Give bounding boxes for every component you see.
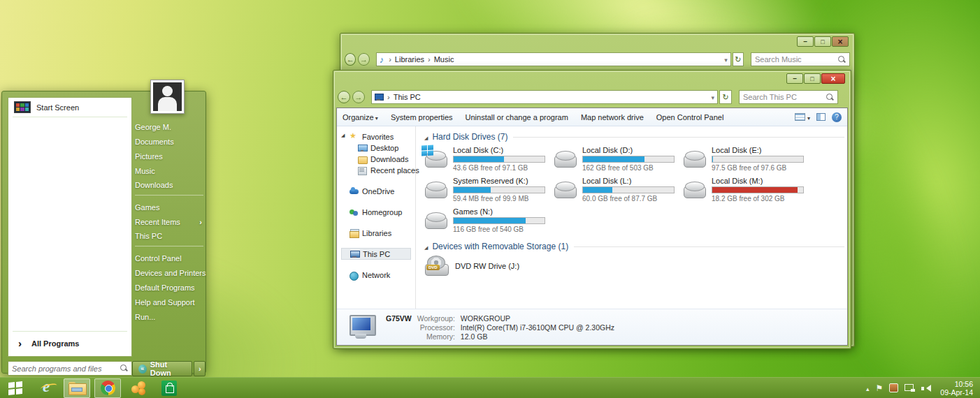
user-avatar[interactable] — [150, 80, 185, 114]
dvd-badge: DVD — [426, 265, 440, 270]
start-menu-item[interactable]: Pictures — [135, 149, 203, 163]
forward-button[interactable] — [358, 53, 369, 66]
taskbar-chrome[interactable] — [94, 378, 121, 398]
preview-pane-button[interactable] — [816, 113, 826, 121]
drive-usage-fill — [454, 156, 504, 162]
maximize-button[interactable] — [804, 73, 821, 84]
taskbar-windows-store[interactable] — [156, 378, 182, 398]
start-menu-item[interactable]: Games — [135, 200, 203, 214]
start-screen-item[interactable]: Start Screen — [8, 98, 131, 117]
help-button[interactable] — [832, 112, 842, 122]
organize-menu-button[interactable]: Organize — [343, 113, 378, 121]
sidebar-item[interactable]: This PC — [341, 248, 411, 260]
start-menu-search-input[interactable] — [12, 364, 120, 373]
sidebar-item[interactable]: Libraries — [341, 227, 415, 239]
toolbar-button[interactable]: Open Control Panel — [656, 113, 724, 121]
sidebar-item[interactable]: Desktop — [350, 142, 415, 154]
drive-tile[interactable]: Local Disk (M:) 18.2 GB free of 302 GB — [683, 177, 809, 202]
shut-down-options-button[interactable] — [194, 361, 206, 376]
minimize-icon — [793, 75, 797, 82]
start-menu-item[interactable]: Downloads — [135, 178, 203, 196]
minimize-icon — [803, 38, 807, 45]
address-dropdown-icon[interactable] — [711, 93, 714, 101]
search-music-input[interactable] — [755, 55, 838, 64]
search-box[interactable] — [751, 52, 850, 66]
shut-down-button[interactable]: Shut Down — [132, 361, 192, 376]
taskbar-internet-explorer[interactable]: e — [33, 378, 59, 398]
toolbar-button[interactable]: System properties — [391, 113, 453, 121]
start-menu-item[interactable]: Control Panel — [135, 251, 203, 265]
drive-tile[interactable]: Local Disk (E:) 97.5 GB free of 97.6 GB — [683, 146, 809, 172]
action-center-flag-icon[interactable] — [876, 383, 884, 393]
address-bar[interactable]: This PC — [371, 90, 718, 104]
drive-usage-bar — [582, 186, 675, 193]
collapse-triangle-icon[interactable] — [424, 133, 432, 141]
crumb-separator-icon — [424, 55, 434, 64]
taskbar-orange-app[interactable] — [125, 378, 152, 398]
forward-button[interactable] — [352, 91, 365, 103]
maximize-button[interactable] — [814, 36, 831, 47]
drive-name: Games (N:) — [453, 207, 545, 216]
back-icon — [340, 93, 348, 101]
hard-disk-icon — [683, 181, 707, 198]
dvd-drive-tile[interactable]: DVD DVD RW Drive (J:) — [424, 256, 844, 277]
breadcrumb-libraries[interactable]: Libraries — [395, 55, 424, 64]
toolbar-button[interactable]: Uninstall or change a program — [466, 113, 568, 121]
group-header-removable[interactable]: Devices with Removable Storage (1) — [424, 242, 844, 251]
taskbar-file-explorer[interactable] — [64, 378, 90, 398]
back-button[interactable] — [338, 91, 350, 103]
group-divider — [513, 137, 844, 138]
start-menu-item[interactable]: Run... — [135, 309, 203, 324]
sidebar-item[interactable]: Homegroup — [341, 206, 415, 218]
breadcrumb-music[interactable]: Music — [434, 55, 454, 64]
refresh-button[interactable] — [719, 90, 732, 104]
start-menu-item[interactable]: Recent Items — [135, 214, 203, 229]
drive-tile[interactable]: Games (N:) 116 GB free of 540 GB — [424, 207, 550, 233]
drive-tile[interactable]: Local Disk (C:) 43.6 GB free of 97.1 GB — [424, 146, 550, 172]
start-menu-item[interactable]: Music — [135, 163, 203, 178]
start-menu-item-label: Run... — [135, 313, 155, 321]
drive-tile[interactable]: System Reserved (K:) 59.4 MB free of 99.… — [424, 177, 550, 202]
start-menu-item[interactable]: Help and Support — [135, 295, 203, 309]
sidebar-item[interactable]: Downloads — [350, 154, 415, 165]
close-button[interactable] — [832, 36, 849, 47]
drive-usage-bar — [712, 156, 804, 163]
group-header-hard-disks[interactable]: Hard Disk Drives (7) — [424, 132, 844, 142]
drive-tile[interactable]: Local Disk (D:) 162 GB free of 503 GB — [554, 146, 679, 172]
start-button[interactable] — [2, 378, 29, 398]
minimize-button[interactable] — [797, 36, 814, 47]
start-menu-item[interactable]: Documents — [135, 134, 203, 149]
sidebar-item-icon — [350, 187, 359, 196]
close-button[interactable] — [821, 73, 845, 84]
address-bar[interactable]: Libraries Music — [376, 52, 731, 66]
toolbar-button[interactable]: Map network drive — [581, 113, 644, 121]
start-menu-item[interactable]: Default Programs — [135, 280, 203, 295]
minimize-button[interactable] — [786, 73, 803, 84]
breadcrumb-this-pc[interactable]: This PC — [394, 93, 421, 101]
start-menu-item[interactable]: Devices and Printers — [135, 265, 203, 280]
refresh-button[interactable] — [733, 52, 744, 66]
volume-icon[interactable] — [921, 384, 931, 392]
sidebar-item[interactable]: OneDrive — [341, 185, 415, 197]
sidebar-item-icon — [358, 155, 367, 163]
taskbar-clock[interactable]: 10:56 09-Apr-14 — [937, 380, 973, 397]
sidebar-item[interactable]: Network — [341, 269, 415, 281]
network-icon[interactable] — [905, 384, 915, 392]
sidebar-item[interactable]: Recent places — [350, 165, 415, 176]
dvd-drive-icon: DVD — [424, 256, 449, 277]
sidebar-item[interactable]: Favorites — [341, 131, 415, 142]
show-hidden-icons-button[interactable] — [866, 384, 870, 392]
search-box[interactable] — [739, 90, 838, 104]
address-dropdown-icon[interactable] — [724, 55, 728, 64]
collapse-triangle-icon[interactable] — [424, 242, 432, 251]
tray-app-icon[interactable] — [889, 383, 898, 392]
all-programs-button[interactable]: All Programs — [8, 332, 131, 356]
change-view-button[interactable] — [795, 113, 810, 121]
back-button[interactable] — [345, 53, 356, 66]
start-menu-item[interactable]: This PC — [135, 229, 203, 246]
search-box[interactable] — [8, 361, 132, 376]
detail-value: 12.0 GB — [461, 332, 614, 341]
start-menu-item[interactable]: George M. — [135, 119, 203, 134]
drive-tile[interactable]: Local Disk (L:) 60.0 GB free of 87.7 GB — [554, 177, 679, 202]
search-this-pc-input[interactable] — [743, 93, 826, 101]
